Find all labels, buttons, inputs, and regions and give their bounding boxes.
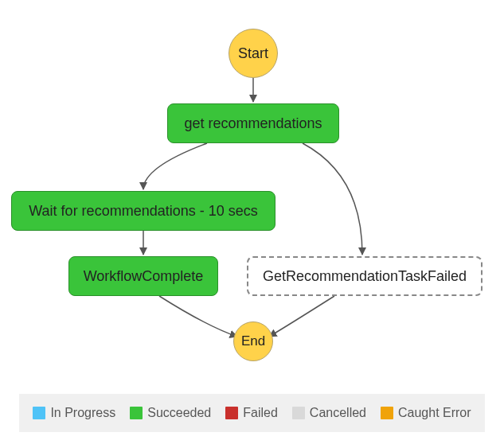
swatch-in-progress <box>33 407 45 419</box>
swatch-cancelled <box>292 407 305 419</box>
legend-cancelled-label: Cancelled <box>310 406 366 420</box>
node-wait-label: Wait for recommendations - 10 secs <box>29 203 257 220</box>
node-task-failed-label: GetRecommendationTaskFailed <box>263 268 467 285</box>
legend-failed: Failed <box>225 406 278 420</box>
node-start: Start <box>229 29 278 78</box>
legend-failed-label: Failed <box>243 406 278 420</box>
legend-in-progress: In Progress <box>33 406 115 420</box>
node-end: End <box>233 321 273 361</box>
legend: In Progress Succeeded Failed Cancelled C… <box>19 394 485 432</box>
node-get-recommendations: get recommendations <box>167 103 339 143</box>
node-workflow-complete: WorkflowComplete <box>68 256 218 296</box>
swatch-caught-error <box>381 407 393 419</box>
node-end-label: End <box>241 333 265 349</box>
node-get-recommendations-label: get recommendations <box>184 115 322 132</box>
legend-caught-error: Caught Error <box>381 406 471 420</box>
workflow-diagram: Start get recommendations Wait for recom… <box>0 0 504 448</box>
node-start-label: Start <box>238 45 268 62</box>
legend-succeeded-label: Succeeded <box>147 406 211 420</box>
legend-in-progress-label: In Progress <box>50 406 115 420</box>
legend-cancelled: Cancelled <box>292 406 366 420</box>
swatch-failed <box>225 407 238 419</box>
node-wait: Wait for recommendations - 10 secs <box>11 191 275 231</box>
node-task-failed: GetRecommendationTaskFailed <box>247 256 483 296</box>
legend-succeeded: Succeeded <box>130 406 211 420</box>
node-workflow-complete-label: WorkflowComplete <box>84 268 204 285</box>
swatch-succeeded <box>130 407 143 419</box>
legend-caught-error-label: Caught Error <box>398 406 471 420</box>
